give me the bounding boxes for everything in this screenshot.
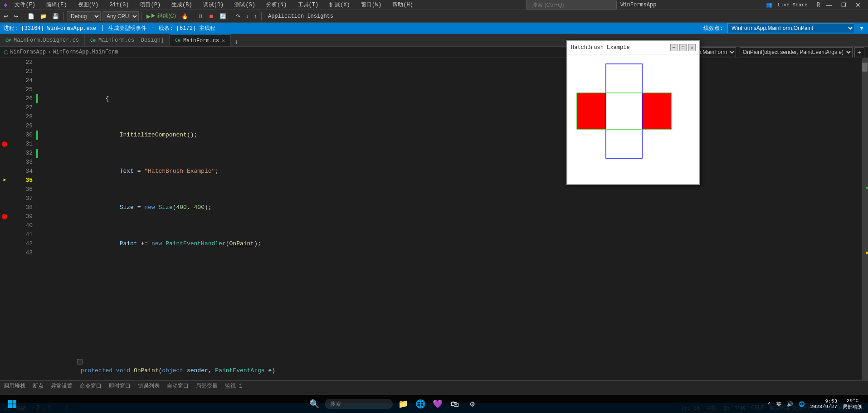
hatch-close-btn[interactable]: ✕ (688, 44, 696, 51)
restart-button[interactable]: 🔄 (218, 11, 228, 21)
hatch-titlebar-buttons: — ❐ ✕ (670, 44, 696, 51)
tab-design[interactable]: C# MainForm.cs [Design] (85, 34, 170, 46)
tab-designer-label: MainForm.Designer.cs (14, 37, 79, 44)
taskbar-volume-icon[interactable]: 🔊 (787, 401, 793, 407)
step-into-btn[interactable]: ↓ (244, 11, 250, 21)
menu-file[interactable]: 文件(F) (11, 0, 39, 10)
tab-callstack[interactable]: 调用堆栈 (4, 382, 25, 390)
menu-git[interactable]: Git(G) (106, 1, 132, 9)
restore-button[interactable]: ❐ (838, 2, 850, 8)
toolbar-new[interactable]: 📄 (26, 11, 36, 21)
breakpoint-31[interactable] (2, 141, 7, 147)
taskbar-edge-icon[interactable]: 🌐 (414, 397, 427, 411)
tab-exceptions[interactable]: 异常设置 (51, 382, 73, 390)
live-share-label[interactable]: Live Share (778, 2, 808, 8)
tab-mainform[interactable]: C# MainForm.cs ✕ (170, 34, 231, 46)
tab-locals[interactable]: 局部变量 (196, 382, 218, 390)
toolbar-undo[interactable]: ↩ (2, 11, 10, 21)
tab-watch1[interactable]: 监视 1 (225, 382, 242, 390)
taskbar-vs-icon[interactable]: 💜 (431, 397, 444, 411)
menu-help[interactable]: 帮助(H) (389, 0, 417, 10)
run-button[interactable]: ▶ ▶ 继续(C) (145, 11, 178, 21)
menu-view[interactable]: 视图(V) (74, 0, 102, 10)
tab-breakpoints[interactable]: 断点 (33, 382, 44, 390)
code-line-24: Text = "HatchBrush Example"; (42, 158, 858, 167)
bottom-tabs: 调用堆栈 断点 异常设置 命令窗口 即时窗口 错误列表 自动窗口 局部变量 监视… (0, 381, 868, 392)
fire-button[interactable]: 🔥 (180, 11, 190, 21)
ln-41: 41 (13, 230, 33, 239)
menu-test[interactable]: 测试(S) (231, 0, 259, 10)
tab-mainform-close[interactable]: ✕ (222, 38, 225, 44)
toolbar-save[interactable]: 💾 (50, 11, 61, 21)
taskbar-store-icon[interactable]: 🛍 (448, 397, 462, 411)
taskbar-files-icon[interactable]: 📁 (396, 397, 410, 411)
pause-button[interactable]: ⏸ (196, 11, 205, 21)
ln-38: 38 (13, 203, 33, 212)
breadcrumb-project[interactable]: WinFormsApp (10, 49, 46, 55)
step-over-btn[interactable]: ↷ (234, 11, 242, 21)
breakpoint-39[interactable] (2, 214, 7, 219)
hatch-minimize-btn[interactable]: — (670, 44, 678, 51)
tab-command[interactable]: 命令窗口 (80, 382, 102, 390)
toolbar-open[interactable]: 📁 (38, 11, 49, 21)
code-line-28 (42, 303, 858, 312)
menu-window[interactable]: 窗口(W) (357, 0, 385, 10)
tab-immediate[interactable]: 即时窗口 (109, 382, 131, 390)
debug-config-dropdown[interactable]: Debug Release (67, 11, 101, 21)
toolbar-redo[interactable]: ↪ (12, 11, 20, 21)
ln-23: 23 (13, 67, 33, 76)
minimize-button[interactable]: — (822, 1, 836, 9)
ln-26: 26 (13, 94, 33, 103)
tab-bar: C# MainForm.Designer.cs C# MainForm.cs [… (0, 34, 868, 47)
taskbar-devtools-icon[interactable]: ⚙ (465, 397, 479, 411)
tab-errorlist[interactable]: 错误列表 (138, 382, 160, 390)
scrollbar-right[interactable] (862, 58, 868, 380)
menu-build[interactable]: 生成(B) (168, 0, 196, 10)
menu-debug[interactable]: 调试(D) (200, 0, 228, 10)
menu-project[interactable]: 项目(P) (136, 0, 164, 10)
method-nav-dropdown[interactable]: OnPaint(object sender, PaintEventArgs e) (740, 47, 853, 57)
hatch-restore-btn[interactable]: ❐ (679, 44, 687, 51)
taskbar-weather[interactable]: 29°C 局部晴朗 (843, 398, 863, 410)
close-button[interactable]: ✕ (852, 1, 864, 9)
hatch-drawing-svg (570, 57, 688, 179)
step-out-btn[interactable]: ↑ (252, 11, 258, 21)
method-dropdown[interactable]: WinFormsApp.MainForm.OnPaint (727, 23, 854, 33)
gutter-24 (0, 76, 9, 85)
fold-29[interactable]: - (77, 359, 83, 364)
menu-edit[interactable]: 编辑(E) (43, 0, 71, 10)
platform-dropdown[interactable]: Any CPU x86 x64 (102, 11, 139, 21)
new-tab-btn[interactable]: + (231, 38, 242, 46)
taskbar-search-input[interactable] (325, 399, 393, 409)
windows-start-icon[interactable] (5, 397, 19, 411)
ln-32: 32 (13, 149, 33, 158)
gutter-38 (0, 203, 9, 212)
toolbar: ↩ ↪ 📄 📁 💾 Debug Release Any CPU x86 x64 … (0, 10, 868, 23)
breadcrumb-bar: ⬡ WinFormsApp › WinFormsApp.MainForm Win… (0, 47, 868, 58)
settings-btn[interactable]: ▼ (859, 25, 864, 31)
tab-designer[interactable]: C# MainForm.Designer.cs (0, 34, 85, 46)
breadcrumb-project-icon: ⬡ (4, 49, 8, 56)
menu-tools[interactable]: 工具(T) (294, 0, 322, 10)
taskbar-network-icon[interactable]: 🌐 (799, 401, 805, 407)
breadcrumb-class[interactable]: WinFormsApp.MainForm (53, 49, 118, 55)
code-editor[interactable]: { InitializeComponent(); Text = "HatchBr… (38, 58, 862, 380)
add-member-btn[interactable]: + (854, 47, 864, 57)
breakpoints-label: 线效点: (703, 24, 723, 32)
code-line-25: Size = new Size(400, 400); (42, 194, 858, 203)
red-fill-right (642, 93, 671, 129)
gutter-28 (0, 112, 9, 121)
change-indicator (866, 187, 868, 189)
tab-autos[interactable]: 自动窗口 (167, 382, 189, 390)
app-title: WinFormsApp (620, 2, 656, 8)
menu-extensions[interactable]: 扩展(X) (326, 0, 354, 10)
stop-button[interactable]: ⏹ (207, 11, 216, 21)
taskbar-chevron-icon[interactable]: ^ (768, 401, 771, 407)
ln-30: 30 (13, 131, 33, 140)
global-search-input[interactable] (526, 0, 617, 10)
scrollbar-thumb[interactable] (862, 63, 868, 72)
taskbar-datetime[interactable]: 9:53 2023/9/27 (810, 398, 837, 409)
editor-area: ➤ 22 23 24 25 26 27 28 29 30 31 (0, 58, 868, 380)
tab-design-icon: C# (90, 38, 96, 43)
menu-analyze[interactable]: 分析(N) (263, 0, 291, 10)
